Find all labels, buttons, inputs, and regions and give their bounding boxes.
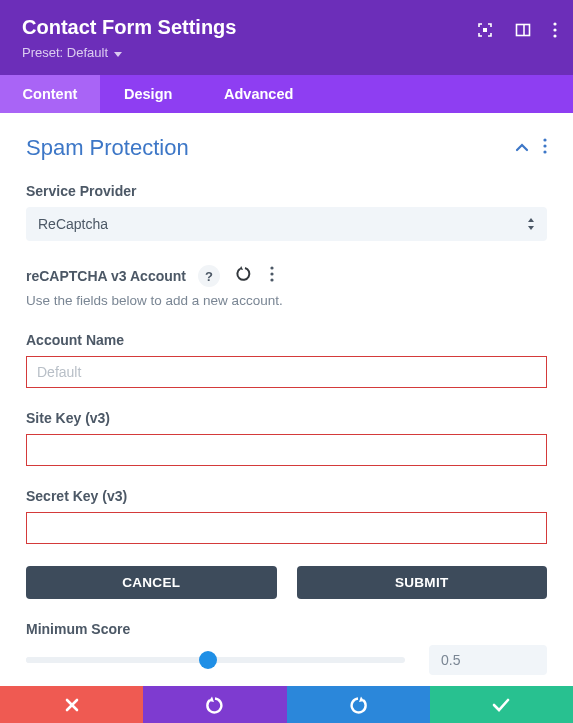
tab-design[interactable]: Design <box>100 75 224 113</box>
redo-button[interactable] <box>287 686 430 723</box>
header-icon-row <box>477 22 557 38</box>
service-provider-label: Service Provider <box>26 183 547 199</box>
reset-icon[interactable] <box>236 265 254 287</box>
tab-bar: Content Design Advanced <box>0 75 573 113</box>
cancel-button[interactable]: CANCEL <box>26 566 277 599</box>
section-header[interactable]: Spam Protection <box>26 135 547 161</box>
section-title: Spam Protection <box>26 135 189 161</box>
close-icon <box>65 698 79 712</box>
discard-button[interactable] <box>0 686 143 723</box>
footer-bar <box>0 686 573 723</box>
svg-point-10 <box>270 272 273 275</box>
account-name-input[interactable] <box>26 356 547 388</box>
kebab-icon[interactable] <box>543 138 547 158</box>
svg-point-4 <box>553 28 556 31</box>
tab-content[interactable]: Content <box>0 75 100 113</box>
slider-thumb[interactable] <box>199 651 217 669</box>
kebab-icon[interactable] <box>270 266 274 286</box>
site-key-label: Site Key (v3) <box>26 410 547 426</box>
page-title: Contact Form Settings <box>22 16 551 39</box>
panel-icon[interactable] <box>515 22 531 38</box>
recaptcha-account-icons: ? <box>198 265 274 287</box>
site-key-input[interactable] <box>26 434 547 466</box>
svg-point-7 <box>543 144 546 147</box>
svg-point-8 <box>543 150 546 153</box>
svg-rect-0 <box>483 28 487 32</box>
preset-value: Default <box>67 45 108 60</box>
minimum-score-row: 0.5 <box>26 645 547 675</box>
svg-point-3 <box>553 22 556 25</box>
tab-advanced[interactable]: Advanced <box>224 75 374 113</box>
save-button[interactable] <box>430 686 573 723</box>
recaptcha-account-row: reCAPTCHA v3 Account ? <box>26 265 547 287</box>
svg-point-9 <box>270 266 273 269</box>
svg-point-11 <box>270 278 273 281</box>
kebab-icon[interactable] <box>553 22 557 38</box>
caret-down-icon <box>114 46 122 61</box>
minimum-score-value[interactable]: 0.5 <box>429 645 547 675</box>
focus-icon[interactable] <box>477 22 493 38</box>
minimum-score-label: Minimum Score <box>26 621 547 637</box>
svg-point-6 <box>543 138 546 141</box>
section-controls <box>515 138 547 158</box>
help-icon[interactable]: ? <box>198 265 220 287</box>
preset-selector[interactable]: Preset: Default <box>22 45 551 61</box>
account-button-row: CANCEL SUBMIT <box>26 566 547 599</box>
undo-button[interactable] <box>143 686 286 723</box>
check-icon <box>492 698 510 712</box>
secret-key-label: Secret Key (v3) <box>26 488 547 504</box>
submit-button[interactable]: SUBMIT <box>297 566 548 599</box>
redo-icon <box>348 696 368 714</box>
preset-label-prefix: Preset: <box>22 45 67 60</box>
module-header: Contact Form Settings Preset: Default <box>0 0 573 75</box>
chevron-up-icon[interactable] <box>515 139 529 157</box>
svg-point-5 <box>553 34 556 37</box>
slider-fill <box>26 657 208 663</box>
select-arrows-icon <box>527 218 535 230</box>
recaptcha-helper-text: Use the fields below to add a new accoun… <box>26 293 547 308</box>
minimum-score-slider[interactable] <box>26 657 405 663</box>
secret-key-input[interactable] <box>26 512 547 544</box>
settings-body: Spam Protection Service Provider ReCaptc… <box>0 113 573 675</box>
service-provider-select[interactable]: ReCaptcha <box>26 207 547 241</box>
recaptcha-account-label: reCAPTCHA v3 Account <box>26 268 186 284</box>
svg-rect-1 <box>517 25 530 36</box>
service-provider-value: ReCaptcha <box>38 216 108 232</box>
account-name-label: Account Name <box>26 332 547 348</box>
undo-icon <box>205 696 225 714</box>
